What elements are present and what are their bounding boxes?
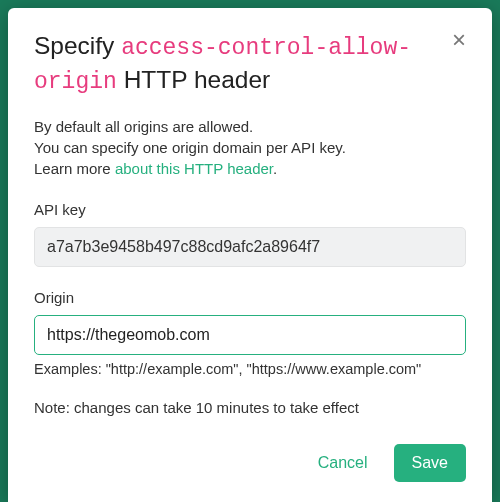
origin-field[interactable]	[34, 315, 466, 355]
intro-line-2: You can specify one origin domain per AP…	[34, 137, 466, 158]
learn-more-link[interactable]: about this HTTP header	[115, 160, 273, 177]
origin-label: Origin	[34, 287, 466, 308]
modal-body: By default all origins are allowed. You …	[34, 116, 466, 484]
intro-text: By default all origins are allowed. You …	[34, 116, 466, 179]
learn-prefix: Learn more	[34, 160, 115, 177]
apikey-field[interactable]	[34, 227, 466, 267]
modal-title: Specify access-control-allow-origin HTTP…	[34, 30, 466, 98]
modal-header: Specify access-control-allow-origin HTTP…	[34, 30, 466, 98]
note-text: Note: changes can take 10 minutes to tak…	[34, 397, 466, 418]
learn-suffix: .	[273, 160, 277, 177]
title-prefix: Specify	[34, 32, 114, 59]
save-button[interactable]: Save	[394, 444, 466, 482]
modal-actions: Cancel Save	[34, 444, 466, 482]
intro-learn-more: Learn more about this HTTP header.	[34, 158, 466, 179]
cancel-button[interactable]: Cancel	[314, 446, 372, 480]
origin-examples: Examples: "http://example.com", "https:/…	[34, 359, 466, 379]
modal-dialog: Specify access-control-allow-origin HTTP…	[8, 8, 492, 502]
apikey-label: API key	[34, 199, 466, 220]
intro-line-1: By default all origins are allowed.	[34, 116, 466, 137]
title-suffix: HTTP header	[124, 66, 271, 93]
close-icon[interactable]: ×	[448, 24, 470, 56]
